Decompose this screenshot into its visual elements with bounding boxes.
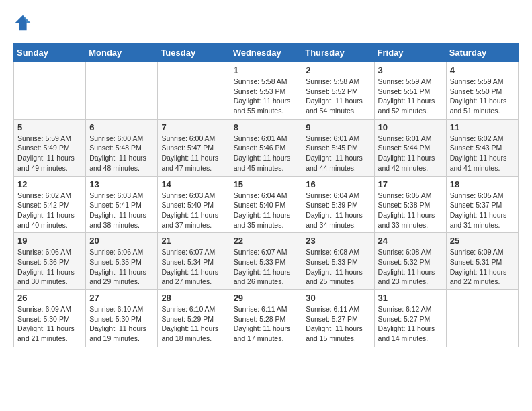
weekday-header-tuesday: Tuesday (158, 44, 230, 62)
calendar-cell: 31Sunrise: 6:12 AM Sunset: 5:27 PM Dayli… (374, 290, 446, 347)
calendar-cell: 28Sunrise: 6:10 AM Sunset: 5:29 PM Dayli… (158, 290, 230, 347)
day-info: Sunrise: 6:07 AM Sunset: 5:34 PM Dayligh… (161, 247, 226, 287)
calendar-cell: 27Sunrise: 6:10 AM Sunset: 5:30 PM Dayli… (86, 290, 158, 347)
calendar-cell (158, 62, 230, 120)
day-info: Sunrise: 6:06 AM Sunset: 5:35 PM Dayligh… (89, 247, 154, 287)
day-info: Sunrise: 6:01 AM Sunset: 5:45 PM Dayligh… (306, 134, 370, 173)
weekday-header-sunday: Sunday (14, 44, 86, 62)
day-info: Sunrise: 5:59 AM Sunset: 5:49 PM Dayligh… (17, 134, 82, 173)
day-info: Sunrise: 5:58 AM Sunset: 5:53 PM Dayligh… (234, 77, 299, 116)
calendar-cell: 20Sunrise: 6:06 AM Sunset: 5:35 PM Dayli… (86, 233, 158, 290)
calendar-cell (14, 62, 86, 120)
day-info: Sunrise: 6:09 AM Sunset: 5:31 PM Dayligh… (450, 247, 515, 287)
calendar-cell: 21Sunrise: 6:07 AM Sunset: 5:34 PM Dayli… (158, 233, 230, 290)
day-info: Sunrise: 6:08 AM Sunset: 5:33 PM Dayligh… (306, 247, 370, 287)
calendar-cell: 22Sunrise: 6:07 AM Sunset: 5:33 PM Dayli… (230, 233, 302, 290)
day-info: Sunrise: 6:06 AM Sunset: 5:36 PM Dayligh… (17, 247, 82, 287)
day-number: 22 (234, 236, 299, 246)
day-info: Sunrise: 6:04 AM Sunset: 5:39 PM Dayligh… (306, 191, 370, 230)
day-info: Sunrise: 6:05 AM Sunset: 5:38 PM Dayligh… (378, 191, 443, 230)
calendar-cell: 29Sunrise: 6:11 AM Sunset: 5:28 PM Dayli… (230, 290, 302, 347)
day-number: 12 (17, 179, 82, 189)
calendar-table: SundayMondayTuesdayWednesdayThursdayFrid… (13, 43, 519, 347)
day-info: Sunrise: 6:04 AM Sunset: 5:40 PM Dayligh… (234, 191, 299, 230)
calendar-cell: 30Sunrise: 6:11 AM Sunset: 5:27 PM Dayli… (302, 290, 374, 347)
day-number: 8 (234, 122, 299, 132)
calendar-cell: 17Sunrise: 6:05 AM Sunset: 5:38 PM Dayli… (374, 176, 446, 233)
day-number: 2 (306, 65, 370, 75)
day-number: 1 (234, 65, 299, 75)
day-info: Sunrise: 6:00 AM Sunset: 5:47 PM Dayligh… (161, 134, 226, 173)
weekday-header-thursday: Thursday (302, 44, 374, 62)
day-info: Sunrise: 6:12 AM Sunset: 5:27 PM Dayligh… (378, 304, 443, 344)
calendar-cell: 25Sunrise: 6:09 AM Sunset: 5:31 PM Dayli… (446, 233, 518, 290)
calendar-cell: 7Sunrise: 6:00 AM Sunset: 5:47 PM Daylig… (158, 119, 230, 176)
weekday-header-monday: Monday (86, 44, 158, 62)
day-info: Sunrise: 6:02 AM Sunset: 5:42 PM Dayligh… (17, 191, 82, 230)
calendar-cell: 14Sunrise: 6:03 AM Sunset: 5:40 PM Dayli… (158, 176, 230, 233)
calendar-cell: 18Sunrise: 6:05 AM Sunset: 5:37 PM Dayli… (446, 176, 518, 233)
day-number: 4 (450, 65, 515, 75)
calendar-cell: 1Sunrise: 5:58 AM Sunset: 5:53 PM Daylig… (230, 62, 302, 120)
page-header (13, 13, 519, 32)
day-info: Sunrise: 6:10 AM Sunset: 5:30 PM Dayligh… (89, 304, 154, 344)
day-info: Sunrise: 6:10 AM Sunset: 5:29 PM Dayligh… (161, 304, 226, 344)
day-info: Sunrise: 6:00 AM Sunset: 5:48 PM Dayligh… (89, 134, 154, 173)
day-info: Sunrise: 6:09 AM Sunset: 5:30 PM Dayligh… (17, 304, 82, 344)
day-number: 27 (89, 293, 154, 303)
day-number: 5 (17, 122, 82, 132)
logo-icon (13, 13, 32, 32)
calendar-cell: 2Sunrise: 5:58 AM Sunset: 5:52 PM Daylig… (302, 62, 374, 120)
logo (13, 13, 34, 32)
day-number: 26 (17, 293, 82, 303)
day-number: 3 (378, 65, 443, 75)
calendar-cell: 9Sunrise: 6:01 AM Sunset: 5:45 PM Daylig… (302, 119, 374, 176)
day-info: Sunrise: 5:59 AM Sunset: 5:50 PM Dayligh… (450, 77, 515, 116)
calendar-cell: 6Sunrise: 6:00 AM Sunset: 5:48 PM Daylig… (86, 119, 158, 176)
calendar-cell: 10Sunrise: 6:01 AM Sunset: 5:44 PM Dayli… (374, 119, 446, 176)
calendar-cell: 12Sunrise: 6:02 AM Sunset: 5:42 PM Dayli… (14, 176, 86, 233)
day-number: 14 (161, 179, 226, 189)
day-number: 15 (234, 179, 299, 189)
day-info: Sunrise: 5:58 AM Sunset: 5:52 PM Dayligh… (306, 77, 370, 116)
day-number: 30 (306, 293, 370, 303)
day-info: Sunrise: 6:01 AM Sunset: 5:46 PM Dayligh… (234, 134, 299, 173)
day-number: 20 (89, 236, 154, 246)
day-info: Sunrise: 6:03 AM Sunset: 5:40 PM Dayligh… (161, 191, 226, 230)
calendar-cell: 8Sunrise: 6:01 AM Sunset: 5:46 PM Daylig… (230, 119, 302, 176)
calendar-cell: 23Sunrise: 6:08 AM Sunset: 5:33 PM Dayli… (302, 233, 374, 290)
calendar-cell: 11Sunrise: 6:02 AM Sunset: 5:43 PM Dayli… (446, 119, 518, 176)
calendar-cell: 5Sunrise: 5:59 AM Sunset: 5:49 PM Daylig… (14, 119, 86, 176)
day-number: 13 (89, 179, 154, 189)
day-number: 19 (17, 236, 82, 246)
day-info: Sunrise: 6:01 AM Sunset: 5:44 PM Dayligh… (378, 134, 443, 173)
calendar-cell: 13Sunrise: 6:03 AM Sunset: 5:41 PM Dayli… (86, 176, 158, 233)
day-number: 21 (161, 236, 226, 246)
day-info: Sunrise: 6:08 AM Sunset: 5:32 PM Dayligh… (378, 247, 443, 287)
day-info: Sunrise: 6:07 AM Sunset: 5:33 PM Dayligh… (234, 247, 299, 287)
day-number: 7 (161, 122, 226, 132)
day-number: 23 (306, 236, 370, 246)
weekday-header-saturday: Saturday (446, 44, 518, 62)
day-number: 18 (450, 179, 515, 189)
day-number: 28 (161, 293, 226, 303)
calendar-cell: 19Sunrise: 6:06 AM Sunset: 5:36 PM Dayli… (14, 233, 86, 290)
weekday-header-wednesday: Wednesday (230, 44, 302, 62)
day-number: 31 (378, 293, 443, 303)
day-info: Sunrise: 6:11 AM Sunset: 5:28 PM Dayligh… (234, 304, 299, 344)
calendar-cell: 26Sunrise: 6:09 AM Sunset: 5:30 PM Dayli… (14, 290, 86, 347)
calendar-cell (86, 62, 158, 120)
calendar-cell: 16Sunrise: 6:04 AM Sunset: 5:39 PM Dayli… (302, 176, 374, 233)
day-info: Sunrise: 5:59 AM Sunset: 5:51 PM Dayligh… (378, 77, 443, 116)
day-number: 16 (306, 179, 370, 189)
day-number: 25 (450, 236, 515, 246)
calendar-cell: 24Sunrise: 6:08 AM Sunset: 5:32 PM Dayli… (374, 233, 446, 290)
weekday-header-friday: Friday (374, 44, 446, 62)
day-number: 24 (378, 236, 443, 246)
day-number: 29 (234, 293, 299, 303)
day-number: 11 (450, 122, 515, 132)
calendar-cell: 4Sunrise: 5:59 AM Sunset: 5:50 PM Daylig… (446, 62, 518, 120)
day-number: 17 (378, 179, 443, 189)
day-number: 9 (306, 122, 370, 132)
day-info: Sunrise: 6:11 AM Sunset: 5:27 PM Dayligh… (306, 304, 370, 344)
